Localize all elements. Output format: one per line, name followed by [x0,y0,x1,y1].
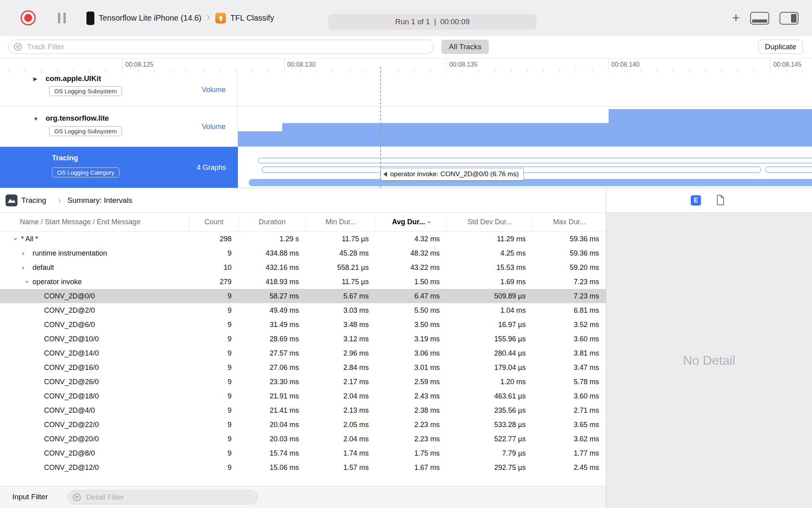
column-header[interactable]: Min Dur... [306,213,375,231]
ruler-minor-tick [41,69,42,73]
breadcrumb-item-summary[interactable]: Summary: Intervals [67,196,132,205]
track-com-apple-uikit[interactable]: ▶ com.apple.UIKit OS Logging Subsystem V… [0,73,812,106]
cell-avg: 6.47 ms [375,289,446,303]
table-row[interactable]: ›* All *2981.29 s11.75 µs4.32 ms11.29 ms… [0,232,606,246]
disclosure-collapsed-icon[interactable]: › [22,260,33,275]
track-lane[interactable] [238,106,812,146]
track-tracing[interactable]: Tracing OS Logging Category 4 Graphs ope… [0,147,812,188]
column-header[interactable]: Std Dev Dur... [446,213,532,231]
table-row[interactable]: ›runtime instrumentation9434.88 ms45.28 … [0,246,606,260]
cell-min: 11.75 µs [306,232,375,246]
ruler-minor-tick [187,69,187,73]
interval-lane-capsule[interactable] [258,158,812,164]
column-header[interactable]: Avg Dur...› [375,213,446,231]
column-header[interactable]: Max Dur... [532,213,606,231]
cell-min: 1.74 ms [306,446,375,460]
disclosure-expanded-icon[interactable]: › [20,277,34,287]
table-row[interactable]: CONV_2D@2/0949.49 ms3.03 ms5.50 ms1.04 m… [0,303,606,318]
table-row[interactable]: CONV_2D@10/0928.69 ms3.12 ms3.19 ms155.9… [0,332,606,346]
panel-divider[interactable] [606,188,606,508]
cell-min: 11.75 µs [306,275,375,289]
ruler-minor-tick [786,69,787,73]
column-header[interactable]: Count [189,213,238,231]
table-row[interactable]: CONV_2D@26/0923.30 ms2.17 ms2.59 ms1.20 … [0,375,606,389]
input-filter-label: Input Filter [12,493,48,501]
expanded-detail-icon[interactable]: E [691,195,701,206]
ruler-tick-label: 00:08.130 [287,61,316,68]
track-meta: Volume [202,85,226,94]
row-name: CONV_2D@22/0 [44,418,99,432]
ruler-tick-label: 00:08.140 [611,61,640,68]
ruler-minor-tick [57,69,58,73]
row-name: CONV_2D@14/0 [44,346,99,360]
table-row[interactable]: CONV_2D@12/0915.06 ms1.57 ms1.67 ms292.7… [0,460,606,475]
table-row[interactable]: ›operator invoke279418.93 ms11.75 µs1.50… [0,275,606,289]
target-selector[interactable]: Tensorflow Lite iPhone (14.6) › TFL Clas… [86,0,274,36]
cell-duration: 58.27 ms [238,289,306,303]
cell-std: 155.96 µs [446,332,532,346]
cell-min: 1.57 ms [306,460,375,475]
disclosure-collapsed-icon[interactable]: ▶ [33,76,37,82]
cell-duration: 418.93 ms [238,275,306,289]
ruler-minor-tick [252,69,252,73]
table-row[interactable]: CONV_2D@14/0927.57 ms2.96 ms3.06 ms280.4… [0,346,606,360]
track-label: ▶ com.apple.UIKit OS Logging Subsystem V… [0,73,238,106]
volume-histogram-segment [238,131,282,146]
cell-min: 2.96 ms [306,346,375,360]
ruler-minor-tick [25,69,25,73]
document-icon[interactable] [716,194,725,207]
disclosure-collapsed-icon[interactable]: › [22,246,33,260]
track-org-tensorflow-lite[interactable]: ▼ org.tensorflow.lite OS Logging Subsyst… [0,106,812,147]
timeline-ruler[interactable]: 00:08.12500:08.13000:08.13500:08.14000:0… [0,58,812,73]
interval-lane-capsule[interactable] [765,166,812,173]
table-row[interactable]: CONV_2D@22/0920.04 ms2.05 ms2.23 ms533.2… [0,418,606,432]
toggle-bottom-panel-button[interactable] [750,12,769,25]
ruler-minor-tick [236,69,236,73]
ruler-minor-tick [511,69,511,73]
interval-tooltip: operator invoke: CONV_2D@0/0 (6.76 ms) [381,168,524,181]
column-header[interactable]: Name / Start Message / End Message [0,213,189,231]
chevron-right-icon: › [207,12,210,23]
detail-filter-input[interactable] [67,490,258,504]
cell-max: 2.45 ms [532,460,606,475]
disclosure-expanded-icon[interactable]: › [9,234,23,244]
cell-avg: 48.32 ms [375,246,446,260]
record-button[interactable] [21,10,36,25]
table-row[interactable]: CONV_2D@20/0920.03 ms2.04 ms2.23 ms522.7… [0,432,606,446]
duplicate-button[interactable]: Duplicate [758,40,803,54]
table-row[interactable]: ›default10432.16 ms558.21 µs43.22 ms15.5… [0,260,606,275]
cell-duration: 21.91 ms [238,389,306,403]
disclosure-expanded-icon[interactable]: ▼ [33,116,38,122]
table-row[interactable]: CONV_2D@16/0927.06 ms2.84 ms3.01 ms179.0… [0,360,606,375]
track-filter-input[interactable] [8,40,434,54]
pause-button[interactable] [58,13,66,23]
table-row[interactable]: CONV_2D@8/0915.74 ms1.74 ms1.75 ms7.79 µ… [0,446,606,460]
cell-max: 5.78 ms [532,375,606,389]
cell-avg: 2.23 ms [375,432,446,446]
cell-avg: 2.43 ms [375,389,446,403]
ruler-minor-tick [203,69,203,73]
table-row[interactable]: CONV_2D@6/0931.49 ms3.48 ms3.50 ms16.97 … [0,318,606,332]
column-header[interactable]: Duration [238,213,306,231]
row-name: CONV_2D@2/0 [44,303,95,318]
track-name: Tracing [52,154,78,162]
run-status[interactable]: Run 1 of 1 | 00:00:09 [328,14,536,30]
cell-avg: 2.59 ms [375,375,446,389]
table-row[interactable]: CONV_2D@4/0921.41 ms2.13 ms2.38 ms235.56… [0,403,606,418]
cell-count: 9 [189,318,238,332]
all-tracks-button[interactable]: All Tracks [441,40,489,54]
interval-lane-capsule[interactable] [249,179,812,186]
track-lane[interactable] [238,73,812,106]
ruler-minor-tick [381,69,382,73]
cell-duration: 20.04 ms [238,418,306,432]
add-instrument-button[interactable]: + [732,11,740,24]
cell-count: 9 [189,375,238,389]
toggle-right-panel-button[interactable] [779,12,799,25]
breadcrumb-item-tracing[interactable]: Tracing [21,196,46,205]
ruler-minor-tick [268,69,268,73]
track-lane[interactable]: operator invoke: CONV_2D@0/0 (6.76 ms) [238,147,812,188]
cell-std: 235.56 µs [446,403,532,418]
cell-avg: 3.19 ms [375,332,446,346]
table-row[interactable]: CONV_2D@18/0921.91 ms2.04 ms2.43 ms463.6… [0,389,606,403]
table-row[interactable]: CONV_2D@0/0958.27 ms5.67 ms6.47 ms509.89… [0,289,606,303]
